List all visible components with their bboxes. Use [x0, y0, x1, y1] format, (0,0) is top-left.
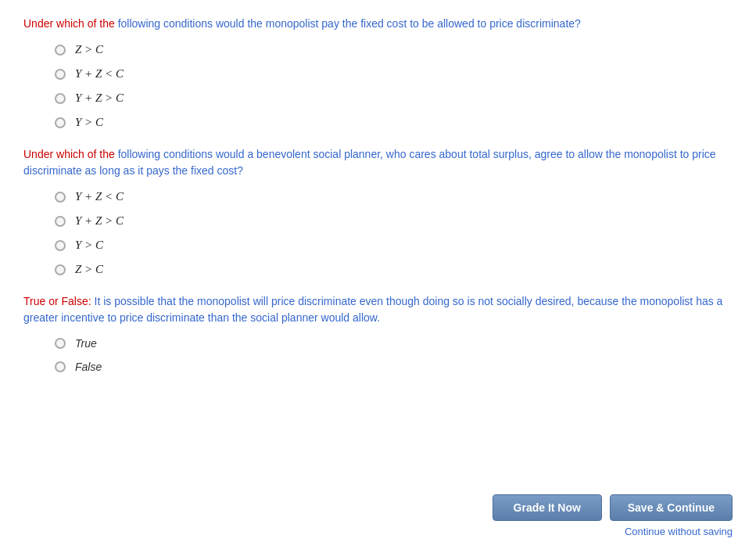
list-item: Y + Z > C — [55, 92, 733, 105]
radio-q1d[interactable] — [55, 117, 66, 128]
radio-q3a[interactable] — [55, 338, 66, 349]
question-3-options: True False — [55, 337, 733, 373]
list-item: True — [55, 337, 733, 350]
option-q2c-label: Y > C — [75, 239, 103, 252]
question-3-block: True or False: It is possible that the m… — [23, 293, 733, 373]
list-item: Y + Z > C — [55, 214, 733, 228]
list-item: False — [55, 361, 733, 373]
option-q1a-label: Z > C — [75, 43, 103, 56]
grade-it-now-button[interactable]: Grade It Now — [493, 494, 602, 521]
option-q2b-label: Y + Z > C — [75, 214, 124, 228]
option-q2d-label: Z > C — [75, 263, 103, 276]
radio-q1c[interactable] — [55, 93, 66, 104]
question-1-block: Under which of the following conditions … — [23, 16, 733, 129]
question-2-options: Y + Z < C Y + Z > C Y > C Z > C — [55, 190, 733, 276]
list-item: Y + Z < C — [55, 67, 733, 81]
continue-without-saving-link[interactable]: Continue without saving — [625, 526, 733, 537]
radio-q2a[interactable] — [55, 192, 66, 203]
option-q1c-label: Y + Z > C — [75, 92, 124, 105]
radio-q2c[interactable] — [55, 240, 66, 251]
option-q3b-label: False — [75, 361, 102, 373]
list-item: Y > C — [55, 116, 733, 129]
question-2-block: Under which of the following conditions … — [23, 146, 733, 276]
option-q2a-label: Y + Z < C — [75, 190, 124, 203]
option-q3a-label: True — [75, 337, 97, 350]
button-row: Grade It Now Save & Continue — [493, 494, 733, 521]
radio-q2b[interactable] — [55, 216, 66, 227]
question-3-text: True or False: It is possible that the m… — [23, 293, 733, 326]
question-2-text: Under which of the following conditions … — [23, 146, 733, 179]
radio-q1a[interactable] — [55, 45, 66, 56]
list-item: Y > C — [55, 239, 733, 252]
list-item: Z > C — [55, 43, 733, 56]
page-container: Under which of the following conditions … — [0, 0, 756, 553]
radio-q1b[interactable] — [55, 69, 66, 80]
save-continue-button[interactable]: Save & Continue — [610, 494, 733, 521]
list-item: Y + Z < C — [55, 190, 733, 203]
option-q1d-label: Y > C — [75, 116, 103, 129]
option-q1b-label: Y + Z < C — [75, 67, 124, 81]
radio-q3b[interactable] — [55, 361, 66, 372]
bottom-action-bar: Grade It Now Save & Continue Continue wi… — [493, 494, 733, 537]
radio-q2d[interactable] — [55, 264, 66, 275]
question-1-options: Z > C Y + Z < C Y + Z > C Y > C — [55, 43, 733, 129]
question-1-text: Under which of the following conditions … — [23, 16, 733, 32]
list-item: Z > C — [55, 263, 733, 276]
